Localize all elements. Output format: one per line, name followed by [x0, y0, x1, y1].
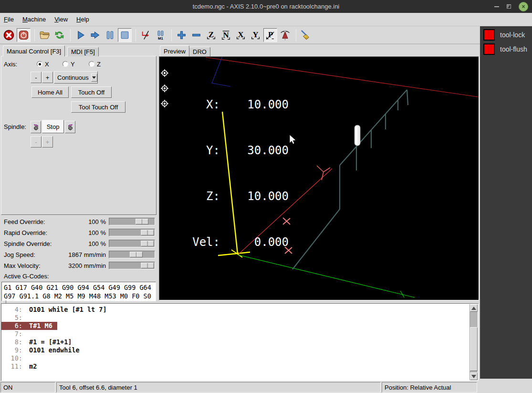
dro-z-label: Z: — [192, 189, 220, 204]
rotate-view-button[interactable] — [278, 28, 292, 42]
tool-touch-off-button[interactable]: Tool Touch Off — [71, 101, 125, 113]
menu-file[interactable]: File — [4, 16, 14, 23]
toolbar-separator — [34, 29, 35, 42]
gcode-line-active[interactable]: 6:T#1 M6 — [1, 322, 469, 330]
tab-mdi[interactable]: MDI [F5] — [67, 47, 99, 56]
toolbar-separator — [171, 29, 172, 42]
open-file-button[interactable] — [38, 28, 52, 42]
svg-text:Z: Z — [209, 30, 214, 39]
estop-button[interactable] — [2, 28, 16, 42]
reload-button[interactable] — [52, 28, 66, 42]
feed-override-value: 100 % — [52, 218, 106, 225]
run-step-icon — [90, 30, 101, 41]
view-side-button[interactable]: X — [234, 28, 248, 42]
zoom-in-button[interactable] — [175, 28, 188, 42]
spindle-override-slider[interactable] — [109, 240, 155, 247]
spindle-reverse-button[interactable] — [31, 121, 41, 133]
view-top-rotated-button[interactable]: N — [219, 28, 233, 42]
spindle-forward-button[interactable] — [65, 121, 75, 133]
pause-button[interactable] — [103, 28, 117, 42]
rapid-override-slider[interactable] — [109, 229, 155, 236]
gcode-line[interactable]: 10: — [1, 354, 469, 362]
preview-panel: Preview DRO — [158, 44, 480, 303]
dro-vel-label: Vel: — [192, 234, 220, 250]
run-button[interactable] — [73, 28, 87, 42]
axis-radio-y[interactable] — [63, 61, 68, 67]
tab-preview[interactable]: Preview — [160, 45, 189, 56]
tab-dro[interactable]: DRO — [189, 47, 210, 56]
tab-manual-control[interactable]: Manual Control [F3] — [3, 45, 65, 56]
touch-off-button[interactable]: Touch Off — [71, 86, 112, 98]
jog-minus-button[interactable]: - — [31, 72, 42, 83]
menu-help[interactable]: Help — [76, 16, 89, 23]
estop-icon — [3, 30, 14, 41]
gcode-line[interactable]: 5: — [1, 314, 469, 322]
gcode-line[interactable]: 9:O101 endwhile — [1, 346, 469, 354]
max-velocity-slider[interactable] — [109, 262, 155, 269]
tool-info-cell: Tool 6, offset 6.6, diameter 1 — [56, 382, 381, 393]
spindle-stop-button[interactable]: Stop — [42, 120, 64, 133]
listing-scrollbar[interactable] — [469, 304, 478, 380]
run-step-button[interactable] — [88, 28, 102, 42]
view-top-icon: Z — [206, 30, 217, 41]
stop-button[interactable] — [118, 28, 132, 42]
menu-view[interactable]: View — [54, 16, 68, 23]
toolbar-separator — [70, 29, 71, 42]
spindle-faster-button[interactable]: + — [42, 136, 53, 148]
user-panel: tool-lock tool-flush — [480, 26, 532, 379]
gcode-line[interactable]: 4:O101 while [#1 lt 7] — [1, 306, 469, 314]
dro-x-value: 10.000 — [220, 97, 289, 112]
line-number: 8: — [5, 338, 22, 346]
slider-thumb[interactable] — [141, 263, 154, 268]
gcode-line[interactable]: 11:m2 — [1, 362, 469, 371]
gcode-listing[interactable]: 4:O101 while [#1 lt 7] 5: 6:T#1 M6 7: 8:… — [1, 303, 479, 381]
feed-override-slider[interactable] — [109, 218, 155, 225]
skip-lines-button[interactable] — [139, 28, 153, 42]
max-velocity-label: Max Velocity: — [4, 262, 41, 269]
dro-readout: X:10.000 Y:30.000 Z:10.000 Vel:0.000 — [192, 66, 289, 280]
axis-radio-x-label: X — [45, 61, 49, 68]
spindle-slower-button[interactable]: - — [31, 136, 42, 148]
minimize-icon[interactable] — [494, 6, 499, 7]
slider-thumb[interactable] — [141, 230, 154, 235]
scroll-down-icon[interactable] — [470, 372, 478, 380]
view-perspective-button[interactable]: P — [263, 28, 277, 42]
view-top-rotated-icon: N — [220, 30, 231, 41]
close-icon[interactable]: × — [519, 2, 528, 11]
gcode-line[interactable]: 7: — [1, 330, 469, 338]
preview-3d-canvas[interactable]: X:10.000 Y:30.000 Z:10.000 Vel:0.000 — [159, 56, 479, 300]
view-top-button[interactable]: Z — [204, 28, 218, 42]
slider-thumb[interactable] — [141, 241, 154, 246]
max-velocity-value: 3200 mm/min — [52, 262, 106, 269]
jog-speed-slider[interactable] — [109, 251, 155, 258]
gcode-line[interactable]: 8:#1 = [#1+1] — [1, 338, 469, 346]
jog-plus-button[interactable]: + — [42, 72, 53, 83]
homed-icon-z — [161, 100, 168, 107]
axis-radio-x[interactable] — [37, 61, 42, 67]
slider-thumb[interactable] — [130, 252, 143, 257]
position-mode-text: Position: Relative Actual — [385, 384, 451, 391]
scrollbar-thumb[interactable] — [470, 327, 478, 371]
feed-override-label: Feed Override: — [4, 218, 45, 225]
clear-plot-button[interactable] — [299, 28, 313, 42]
axis-radio-z[interactable] — [89, 61, 94, 67]
menu-machine[interactable]: Machine — [22, 16, 46, 23]
spindle-label: Spindle: — [4, 123, 26, 130]
spindle-override-label: Spindle Override: — [4, 240, 52, 247]
jog-increment-select[interactable]: Continuous — [54, 71, 98, 84]
line-text: O101 endwhile — [29, 346, 80, 354]
slider-thumb[interactable] — [136, 219, 148, 224]
optional-stop-button[interactable]: M1 — [154, 28, 167, 42]
zoom-out-button[interactable] — [189, 28, 203, 42]
feed-override-row: Feed Override: 100 % — [0, 217, 158, 228]
run-icon — [75, 30, 86, 41]
scroll-up-icon[interactable] — [470, 304, 478, 312]
tool-flush-label: tool-flush — [500, 45, 527, 53]
home-all-button[interactable]: Home All — [31, 86, 69, 98]
machine-power-button[interactable] — [17, 28, 31, 42]
titlebar[interactable]: tcdemo.ngc - AXIS 2.10.0~pre0 on racktoo… — [0, 0, 532, 13]
dro-vel-value: 0.000 — [220, 234, 289, 250]
svg-text:Y: Y — [252, 30, 258, 39]
maximize-icon[interactable] — [507, 4, 511, 9]
view-front-button[interactable]: Y — [249, 28, 262, 42]
